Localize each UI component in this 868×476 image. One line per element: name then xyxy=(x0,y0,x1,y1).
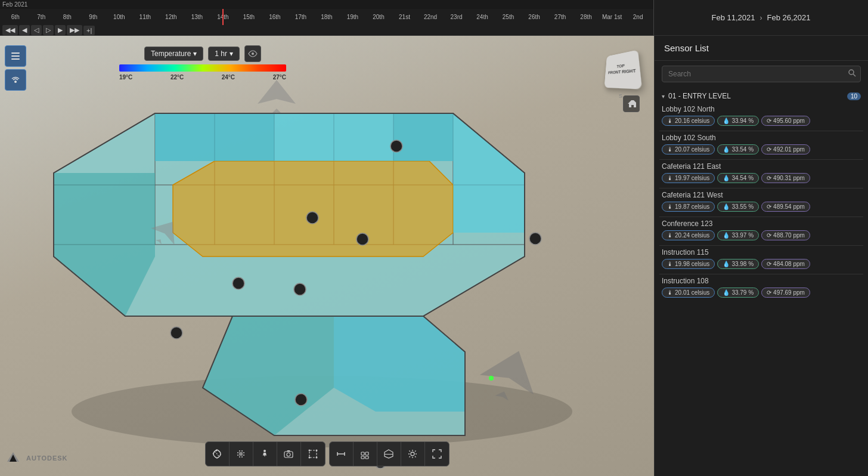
temperature-badge: 🌡 20.01 celsius xyxy=(662,288,715,298)
svg-point-3 xyxy=(14,81,17,83)
humidity-icon: 💧 xyxy=(723,289,730,296)
section-header-entry-level[interactable]: ▾ 01 - ENTRY LEVEL 10 xyxy=(659,87,863,105)
co2-value: 497.69 ppm xyxy=(773,289,805,296)
sensor-name: Instruction 108 xyxy=(662,277,861,285)
timeline-marker xyxy=(222,9,224,25)
timeline-date-12th: 12th xyxy=(158,14,184,20)
floor-plan xyxy=(36,66,608,471)
sensor-name: Lobby 102 South xyxy=(662,134,861,142)
humidity-badge: 💧 33.97 % xyxy=(717,230,759,240)
compass-label: S xyxy=(597,93,644,99)
co2-value: 488.70 ppm xyxy=(773,232,805,239)
navigation-cube[interactable]: TOPFRONT RIGHT S xyxy=(597,45,644,93)
timeline-date-15th: 15th xyxy=(236,14,262,20)
sensor-item: Lobby 102 North 🌡 20.16 celsius 💧 33.94 … xyxy=(659,105,863,126)
timeline-control[interactable]: +| xyxy=(83,26,95,35)
svg-marker-16 xyxy=(173,161,453,256)
explode-icon xyxy=(359,449,370,459)
selection-button[interactable] xyxy=(301,442,325,466)
temp-value: 19.98 celsius xyxy=(675,261,709,267)
svg-marker-21 xyxy=(334,113,393,161)
sensor-separator xyxy=(659,274,863,274)
measure-icon xyxy=(336,449,346,459)
timeline-date-19th: 19th xyxy=(340,14,366,20)
humidity-value: 33.79 % xyxy=(731,289,754,296)
co2-value: 490.31 ppm xyxy=(773,175,805,181)
sensor-separator xyxy=(659,245,863,246)
temperature-labels: 19°C 22°C 24°C 27°C xyxy=(119,74,286,81)
co2-badge: ⟳ 495.60 ppm xyxy=(761,116,810,126)
sensor-readings: 🌡 19.97 celsius 💧 34.54 % ⟳ 490.31 ppm xyxy=(662,173,861,183)
sensor-separator xyxy=(659,131,863,131)
humidity-badge: 💧 33.54 % xyxy=(717,144,759,154)
temperature-label: Temperature xyxy=(151,50,191,58)
person-button[interactable] xyxy=(253,442,277,466)
svg-marker-42 xyxy=(287,450,290,452)
pan-button[interactable] xyxy=(230,442,253,466)
autodesk-icon xyxy=(5,450,21,466)
sensor-item: Instruction 108 🌡 20.01 celsius 💧 33.79 … xyxy=(659,277,863,298)
co2-icon: ⟳ xyxy=(767,146,771,153)
humidity-value: 33.54 % xyxy=(731,146,754,153)
svg-point-27 xyxy=(306,212,318,224)
timeline-control[interactable]: ◁ xyxy=(31,25,42,35)
timeline-control[interactable]: ▶ xyxy=(55,25,66,35)
svg-point-57 xyxy=(411,452,414,456)
sensor-separator xyxy=(659,217,863,217)
settings-button[interactable] xyxy=(401,442,425,466)
temperature-badge: 🌡 19.98 celsius xyxy=(662,259,715,269)
svg-marker-18 xyxy=(155,113,215,161)
timeline-control[interactable]: ◀ xyxy=(19,25,30,35)
tool-group-navigation xyxy=(205,441,326,466)
panel-header: Sensor List xyxy=(655,36,868,61)
humidity-icon: 💧 xyxy=(723,175,730,181)
wireless-button[interactable] xyxy=(5,69,26,91)
svg-marker-20 xyxy=(274,113,334,161)
section-name: 01 - ENTRY LEVEL xyxy=(668,92,844,100)
search-input[interactable] xyxy=(662,66,861,82)
svg-rect-54 xyxy=(365,456,368,459)
section-button[interactable] xyxy=(377,442,401,466)
sensor-readings: 🌡 20.07 celsius 💧 33.54 % ⟳ 492.01 ppm xyxy=(662,144,861,154)
home-icon xyxy=(627,99,636,109)
search-button[interactable] xyxy=(848,69,856,79)
explode-button[interactable] xyxy=(354,442,377,466)
time-dropdown[interactable]: 1 hr ▾ xyxy=(208,47,240,61)
svg-marker-23 xyxy=(453,113,525,233)
timeline-date-2nd: 2nd xyxy=(625,14,651,20)
sensor-list: ▾ 01 - ENTRY LEVEL 10 Lobby 102 North 🌡 … xyxy=(655,87,868,476)
sensor-item: Instruction 115 🌡 19.98 celsius 💧 33.98 … xyxy=(659,248,863,269)
autodesk-text: AUTODESK xyxy=(26,455,68,462)
timeline-control[interactable]: ▶▶ xyxy=(67,25,82,35)
humidity-badge: 💧 34.54 % xyxy=(717,173,759,183)
visibility-button[interactable] xyxy=(244,45,261,62)
co2-icon: ⟳ xyxy=(767,232,771,239)
viewport: Temperature ▾ 1 hr ▾ 19°C 22°C 2 xyxy=(0,36,654,476)
timeline-date-16th: 16th xyxy=(262,14,288,20)
temperature-dropdown[interactable]: Temperature ▾ xyxy=(144,47,203,61)
autodesk-logo: AUTODESK xyxy=(5,450,68,466)
fullscreen-button[interactable] xyxy=(425,442,449,466)
humidity-badge: 💧 33.98 % xyxy=(717,259,759,269)
timeline-control[interactable]: ▷ xyxy=(43,25,54,35)
pan-icon xyxy=(235,449,246,459)
temp-controls: Temperature ▾ 1 hr ▾ xyxy=(144,45,261,62)
humidity-icon: 💧 xyxy=(723,118,730,124)
green-indicator-dot xyxy=(489,376,494,381)
temp-value: 19.97 celsius xyxy=(675,175,709,181)
timeline-date-20th: 20th xyxy=(365,14,392,20)
selection-icon xyxy=(308,449,318,459)
svg-point-31 xyxy=(170,327,182,339)
date-arrow: › xyxy=(760,14,762,22)
camera-button[interactable] xyxy=(277,442,301,466)
timeline-control[interactable]: ◀◀ xyxy=(2,25,18,35)
svg-point-26 xyxy=(390,140,402,152)
timeline-right: Feb 11,2021 › Feb 26,2021 xyxy=(654,0,868,35)
co2-icon: ⟳ xyxy=(767,203,771,210)
layers-button[interactable] xyxy=(5,45,26,67)
timeline-date-25th: 25th xyxy=(495,14,522,20)
temp-value: 20.07 celsius xyxy=(675,146,709,153)
orbit-button[interactable] xyxy=(206,442,230,466)
measure-button[interactable] xyxy=(330,442,354,466)
timeline-date-28th: 28th xyxy=(573,14,599,20)
